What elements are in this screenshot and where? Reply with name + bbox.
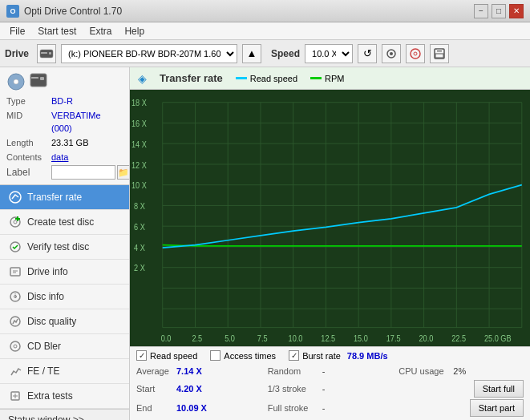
svg-rect-13 [40, 77, 44, 80]
svg-text:12.5: 12.5 [321, 334, 335, 344]
refresh-btn[interactable]: ↺ [358, 44, 377, 63]
svg-point-6 [414, 52, 417, 55]
cb-burst-rate: ✓ Burst rate 78.9 MB/s [289, 350, 387, 361]
close-button[interactable]: ✕ [509, 4, 524, 18]
disc-btn[interactable] [406, 44, 425, 63]
disc-panel: Type BD-R MID VERBATIMe (000) Length 23.… [0, 67, 129, 185]
disc-panel-header [6, 72, 123, 91]
chart-icon: ◈ [138, 72, 147, 85]
cb-access-times: Access times [210, 350, 276, 361]
svg-text:25.0 GB: 25.0 GB [484, 334, 512, 344]
nav-drive-info[interactable]: Drive info [0, 260, 129, 285]
nav-fe-te[interactable]: FE / TE [0, 359, 129, 384]
svg-text:14 X: 14 X [131, 139, 147, 149]
start-part-btn[interactable]: Start part [470, 399, 524, 417]
app-title: Opti Drive Control 1.70 [24, 6, 474, 17]
nav-transfer-rate[interactable]: Transfer rate [0, 185, 129, 210]
svg-rect-14 [31, 77, 38, 79]
svg-rect-1 [49, 52, 51, 55]
stats-grid: Average 7.14 X Random - CPU usage 2% Sta… [136, 364, 524, 417]
disc-mid-row: MID VERBATIMe (000) [6, 109, 123, 135]
maximize-button[interactable]: □ [492, 4, 506, 18]
disc-label-input[interactable] [51, 165, 115, 180]
cd-bler-icon [8, 339, 22, 353]
burst-rate-checkbox[interactable]: ✓ [289, 350, 299, 361]
minimize-button[interactable]: − [474, 4, 488, 18]
nav-create-test-disc[interactable]: Create test disc [0, 210, 129, 235]
app-icon: O [6, 5, 19, 18]
svg-rect-2 [41, 52, 47, 54]
burst-rate-cb-label: Burst rate [302, 351, 341, 361]
svg-text:5.0: 5.0 [225, 334, 235, 344]
stat-1third-label: 1/3 stroke [268, 382, 319, 396]
disc-length-label: Length [6, 136, 51, 149]
stat-1third-value: - [322, 382, 326, 396]
disc-contents-value[interactable]: data [51, 151, 68, 164]
disc-panel-icon [6, 72, 26, 91]
access-times-checkbox[interactable] [210, 350, 220, 361]
stats-bar: ✓ Read speed Access times ✓ Burst rate 7… [130, 346, 530, 420]
nav-drive-info-label: Drive info [27, 266, 68, 277]
menu-start-test[interactable]: Start test [31, 24, 83, 38]
svg-text:17.5: 17.5 [386, 334, 401, 344]
drive-info-icon [8, 265, 22, 279]
svg-text:10 X: 10 X [131, 181, 147, 191]
stat-average-label: Average [136, 364, 173, 378]
disc-mid-label: MID [6, 109, 51, 135]
svg-text:12 X: 12 X [131, 160, 147, 170]
stat-fullstroke-label: Full stroke [268, 401, 319, 415]
nav-cd-bler[interactable]: CD Bler [0, 334, 129, 359]
speed-select[interactable]: 10.0 X ↓ [305, 44, 353, 63]
nav-disc-quality[interactable]: Disc quality [0, 309, 129, 334]
svg-text:18 X: 18 X [131, 99, 147, 108]
menu-extra[interactable]: Extra [83, 24, 118, 38]
chart-container: 18 X 16 X 14 X 12 X 10 X 8 X 6 X 4 X 2 X… [130, 90, 530, 346]
burst-rate-check: ✓ [291, 351, 297, 360]
disc-info-icon: i [8, 289, 22, 304]
svg-text:7.5: 7.5 [257, 334, 268, 344]
save-btn[interactable] [430, 44, 449, 63]
menubar: File Start test Extra Help [0, 22, 530, 40]
disc-type-value: BD-R [51, 95, 73, 107]
svg-text:10.0: 10.0 [289, 334, 303, 344]
speed-label: Speed [271, 48, 300, 59]
menu-help[interactable]: Help [118, 24, 151, 38]
nav-transfer-rate-label: Transfer rate [27, 192, 82, 203]
eject-btn[interactable]: ▲ [242, 44, 261, 63]
settings-btn[interactable] [382, 44, 401, 63]
label-folder-btn[interactable]: 📁 [117, 165, 130, 180]
read-speed-check: ✓ [139, 351, 145, 360]
nav-disc-info-label: Disc info [27, 291, 64, 302]
chart-header: ◈ Transfer rate Read speed RPM [130, 67, 530, 90]
stat-cpu-label: CPU usage [399, 364, 450, 378]
drive-label: Drive [5, 48, 29, 59]
svg-text:2.5: 2.5 [192, 334, 202, 344]
disc-label-row: Label 📁 [6, 165, 123, 180]
disc-type-row: Type BD-R [6, 95, 123, 107]
stat-fullstroke-value: - [322, 401, 326, 415]
verify-disc-icon [8, 240, 22, 254]
nav-verify-test-disc[interactable]: Verify test disc [0, 235, 129, 260]
disc-panel-icon2 [29, 72, 48, 91]
legend-rpm: RPM [310, 74, 344, 83]
svg-rect-12 [30, 74, 47, 87]
status-window-btn[interactable]: Status window >> [0, 409, 129, 420]
disc-contents-row: Contents data [6, 151, 123, 164]
nav-extra-tests[interactable]: Extra tests [0, 384, 129, 409]
svg-text:8 X: 8 X [134, 202, 145, 212]
drive-icon-btn[interactable] [37, 44, 56, 63]
svg-rect-9 [435, 54, 443, 58]
start-full-btn[interactable]: Start full [474, 380, 524, 398]
svg-point-11 [14, 79, 18, 84]
nav-disc-quality-label: Disc quality [27, 316, 76, 327]
menu-file[interactable]: File [3, 24, 31, 38]
drive-select[interactable]: (k:) PIONEER BD-RW BDR-207M 1.60 [61, 44, 237, 63]
read-speed-checkbox[interactable]: ✓ [136, 350, 147, 361]
svg-rect-21 [10, 268, 20, 276]
stat-1third-row: 1/3 stroke - [268, 380, 393, 398]
stat-average-row: Average 7.14 X [136, 364, 261, 378]
disc-quality-icon [8, 314, 22, 329]
sidebar: Type BD-R MID VERBATIMe (000) Length 23.… [0, 67, 130, 420]
burst-rate-value: 78.9 MB/s [347, 351, 388, 361]
nav-disc-info[interactable]: i Disc info [0, 285, 129, 309]
